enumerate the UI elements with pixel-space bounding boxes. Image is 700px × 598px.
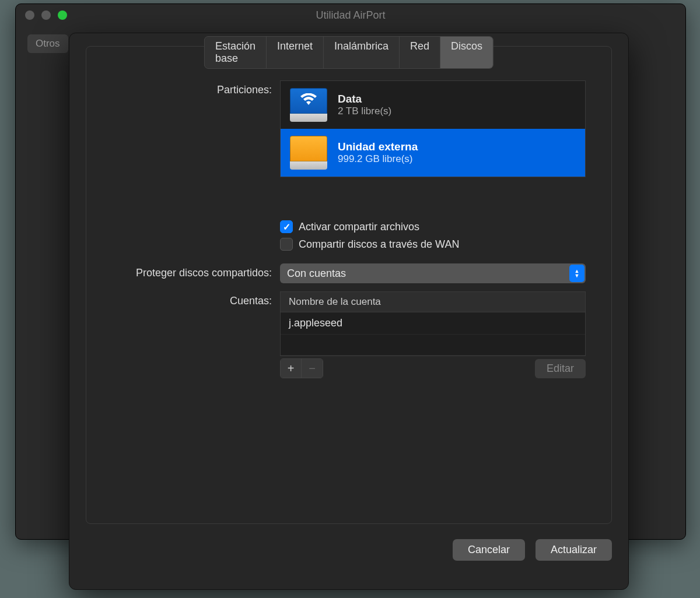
secure-disks-label: Proteger discos compartidos: (86, 263, 280, 279)
partition-item[interactable]: Unidad externa 999.2 GB libre(s) (281, 129, 585, 177)
update-button[interactable]: Actualizar (536, 539, 612, 561)
other-wifi-button[interactable]: Otros (27, 34, 68, 53)
remove-account-button: − (302, 359, 323, 378)
share-over-wan-label: Compartir discos a través de WAN (299, 238, 459, 251)
tab-network[interactable]: Red (400, 37, 440, 68)
enable-file-sharing-label: Activar compartir archivos (299, 221, 419, 233)
body: Particiones: Data 2 (86, 47, 611, 386)
account-row[interactable]: j.appleseed (281, 312, 585, 335)
partition-free: 2 TB libre(s) (338, 105, 391, 117)
share-over-wan-checkbox[interactable] (280, 238, 293, 251)
tab-disks[interactable]: Discos (440, 37, 493, 68)
account-row-empty (281, 335, 585, 356)
secure-disks-value: Con cuentas (287, 268, 346, 280)
tab-bar: Estación base Internet Inalámbrica Red D… (204, 36, 494, 69)
enable-file-sharing-checkbox[interactable]: ✓ (280, 220, 293, 233)
tab-wireless[interactable]: Inalámbrica (324, 37, 400, 68)
wifi-icon (300, 92, 317, 110)
tab-internet[interactable]: Internet (267, 37, 324, 68)
accounts-header: Nombre de la cuenta (281, 292, 585, 312)
chevron-up-down-icon: ▲▼ (569, 265, 584, 282)
edit-account-button[interactable]: Editar (535, 359, 586, 378)
partition-item[interactable]: Data 2 TB libre(s) (281, 81, 585, 129)
titlebar: Utilidad AirPort (16, 4, 685, 26)
cancel-button[interactable]: Cancelar (453, 539, 525, 561)
partitions-label: Particiones: (86, 80, 280, 96)
tab-base-station[interactable]: Estación base (205, 37, 267, 68)
add-account-button[interactable]: + (281, 359, 302, 378)
secure-disks-select[interactable]: Con cuentas ▲▼ (280, 263, 586, 283)
airport-disk-icon (290, 88, 327, 122)
window-title: Utilidad AirPort (16, 9, 685, 22)
accounts-label: Cuentas: (86, 291, 280, 307)
partitions-list: Data 2 TB libre(s) Unidad externa (280, 80, 586, 177)
partition-free: 999.2 GB libre(s) (338, 153, 418, 165)
partition-name: Data (338, 93, 391, 105)
accounts-table: Nombre de la cuenta j.appleseed (280, 291, 586, 356)
settings-sheet: Estación base Internet Inalámbrica Red D… (69, 33, 629, 590)
external-disk-icon (290, 136, 327, 170)
partition-name: Unidad externa (338, 140, 418, 153)
sheet-buttons: Cancelar Actualizar (86, 539, 612, 561)
account-seg-buttons: + − (280, 358, 323, 378)
content-frame: Estación base Internet Inalámbrica Red D… (86, 46, 612, 524)
